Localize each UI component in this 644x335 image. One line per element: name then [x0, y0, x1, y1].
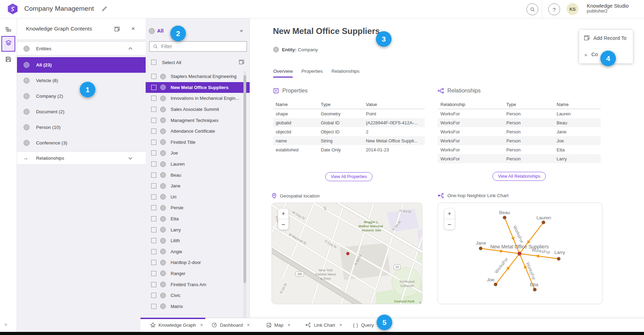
list-item[interactable]: Matrix — [146, 301, 250, 312]
item-checkbox[interactable] — [151, 118, 156, 123]
view-tab-dashboard[interactable]: Dashboard × — [212, 318, 250, 332]
item-checkbox[interactable] — [151, 271, 156, 276]
table-row[interactable]: WorksForPersonJoe — [438, 136, 601, 145]
item-checkbox[interactable] — [151, 216, 156, 221]
entity-link[interactable]: Etta — [554, 145, 601, 154]
relationship-link[interactable]: WorksFor — [438, 109, 504, 118]
item-checkbox[interactable] — [151, 227, 156, 232]
view-all-properties-button[interactable]: View All Properties — [325, 172, 372, 181]
relationship-link[interactable]: WorksFor — [438, 118, 504, 127]
select-all-checkbox[interactable] — [151, 60, 156, 65]
geospatial-map[interactable]: W Clay St k Ro Sa W Marshall St E Clay S… — [272, 203, 422, 304]
node-lauren[interactable] — [542, 221, 545, 224]
item-checkbox[interactable] — [151, 260, 156, 265]
item-checkbox[interactable] — [151, 205, 156, 210]
relationship-link[interactable]: WorksFor — [438, 136, 504, 145]
list-item[interactable]: Persie — [146, 202, 250, 213]
edit-title-pencil-icon[interactable] — [101, 5, 108, 12]
entity-link[interactable]: Lauren — [554, 109, 601, 118]
data-model-icon[interactable] — [5, 26, 12, 33]
layers-tool-selected[interactable] — [1, 36, 15, 52]
zoom-out-button[interactable]: − — [444, 219, 455, 230]
item-checkbox[interactable] — [151, 74, 156, 79]
close-tab-icon[interactable]: × — [287, 322, 290, 328]
table-row[interactable]: shapeGeometryPoint — [273, 109, 425, 118]
item-checkbox[interactable] — [151, 293, 156, 298]
list-item[interactable]: Joe — [146, 148, 250, 159]
table-row[interactable]: nameStringNew Metal Office Suppli... — [273, 136, 425, 145]
user-info[interactable]: Knowledge Studio publisher2 — [587, 3, 629, 14]
expand-panel-icon[interactable]: » — [5, 321, 7, 327]
item-checkbox[interactable] — [151, 140, 156, 145]
table-row[interactable]: globalidGlobal ID{A228944F-0EF5-412A-... — [273, 118, 425, 127]
node-etta[interactable] — [533, 288, 536, 291]
node-joe[interactable] — [494, 283, 497, 286]
filter-input[interactable] — [161, 43, 247, 50]
entity-type-conference[interactable]: Conference (3) — [17, 135, 146, 151]
close-tab-icon[interactable]: × — [340, 322, 342, 328]
node-beau[interactable] — [503, 216, 506, 219]
list-item[interactable]: Sales Associate Summit — [146, 104, 250, 115]
item-checkbox[interactable] — [151, 96, 156, 101]
relationships-section-header[interactable]: → Relationships — [17, 151, 146, 165]
list-item[interactable]: Etta — [146, 213, 250, 224]
item-checkbox[interactable] — [151, 85, 156, 90]
list-item[interactable]: Lauren — [146, 159, 250, 170]
entity-link[interactable]: Larry — [554, 154, 601, 163]
search-button[interactable] — [526, 3, 538, 15]
link-chart-canvas[interactable]: WorksFor WorksFor WorksFor WorksFor Beau — [438, 203, 602, 304]
list-item[interactable]: Lilith — [146, 235, 250, 246]
entity-link[interactable]: Beau — [554, 118, 601, 127]
table-row[interactable]: WorksForPersonBeau — [438, 118, 601, 127]
item-checkbox[interactable] — [151, 249, 156, 254]
tab-relationships[interactable]: Relationships — [332, 69, 360, 78]
item-checkbox[interactable] — [151, 183, 156, 188]
entity-link[interactable]: Joe — [554, 136, 601, 145]
map-canvas[interactable]: W Clay St k Ro Sa W Marshall St E Clay S… — [272, 203, 422, 304]
view-tab-knowledge-graph[interactable]: Knowledge Graph × — [150, 318, 203, 332]
table-row[interactable]: establishedDate Only2014-01-23 — [273, 145, 425, 154]
list-item-selected[interactable]: New Metal Office Suppliers — [146, 82, 250, 93]
relationship-link[interactable]: WorksFor — [438, 145, 504, 154]
close-tab-icon[interactable]: × — [247, 322, 250, 328]
link-chart[interactable]: WorksFor WorksFor WorksFor WorksFor Beau — [438, 203, 602, 304]
list-item[interactable]: Larry — [146, 224, 250, 235]
zoom-out-button[interactable]: − — [278, 219, 289, 230]
help-button[interactable]: ? — [548, 3, 560, 15]
view-tab-link-chart[interactable]: Link Chart × — [305, 318, 342, 332]
view-tab-query[interactable]: { } Query — [353, 318, 374, 332]
list-item[interactable]: Angie — [146, 246, 250, 257]
close-panel-icon[interactable]: × — [130, 26, 136, 32]
zoom-in-button[interactable]: + — [444, 209, 455, 219]
save-icon[interactable] — [5, 56, 12, 63]
entities-section-header[interactable]: Entities — [17, 42, 146, 55]
item-checkbox[interactable] — [151, 238, 156, 243]
item-checkbox[interactable] — [151, 282, 156, 287]
entity-type-all[interactable]: All (23) — [17, 57, 146, 73]
table-row[interactable]: WorksForPersonLauren — [438, 109, 601, 118]
zoom-in-button[interactable]: + — [278, 209, 289, 219]
list-item[interactable]: Attendance Certificate — [146, 126, 250, 137]
node-center[interactable] — [518, 252, 522, 256]
table-row[interactable]: WorksForPersonJane — [438, 127, 601, 136]
view-tab-map[interactable]: Map × — [266, 318, 290, 332]
tab-overview[interactable]: Overview — [273, 69, 293, 78]
list-item[interactable]: Staplers Mechanical Engineering — [146, 71, 250, 82]
node-larry[interactable] — [557, 257, 560, 261]
list-item[interactable]: Managment Techniques — [146, 115, 250, 126]
item-checkbox[interactable] — [151, 304, 156, 309]
item-checkbox[interactable] — [151, 129, 156, 134]
table-row[interactable]: objectidObject ID2 — [273, 127, 425, 136]
add-record-icon[interactable] — [239, 59, 244, 65]
table-row[interactable]: WorksForPersonEtta — [438, 145, 601, 154]
list-item[interactable]: Firebird Title — [146, 137, 250, 148]
list-item[interactable]: Beau — [146, 169, 250, 180]
item-checkbox[interactable] — [151, 194, 156, 200]
list-item[interactable]: Civic — [146, 290, 250, 301]
item-checkbox[interactable] — [151, 150, 156, 156]
view-all-relationships-button[interactable]: View All Relationships — [492, 172, 546, 181]
item-checkbox[interactable] — [151, 161, 156, 167]
entity-link[interactable]: Jane — [554, 127, 601, 136]
select-all-row[interactable]: Select All — [146, 57, 250, 68]
user-avatar[interactable]: KS — [567, 3, 578, 15]
